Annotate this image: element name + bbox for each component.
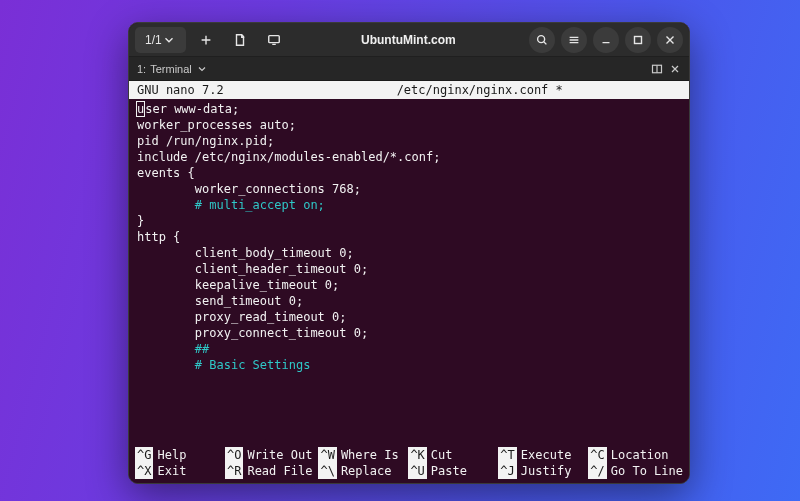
editor-line: # Basic Settings: [137, 357, 681, 373]
nano-titlebar: GNU nano 7.2 /etc/nginx/nginx.conf *: [129, 81, 689, 99]
help-label: Write Out: [247, 447, 312, 463]
help-shortcut: ^KCut: [408, 447, 492, 463]
svg-rect-0: [268, 35, 279, 42]
help-label: Help: [157, 447, 186, 463]
nano-body[interactable]: user www-data;worker_processes auto;pid …: [129, 99, 689, 447]
svg-rect-2: [635, 36, 642, 43]
nano-app-name: GNU nano 7.2: [137, 82, 278, 98]
help-shortcut: ^WWhere Is: [318, 447, 402, 463]
help-key: ^R: [225, 463, 243, 479]
help-label: Read File: [247, 463, 312, 479]
new-tab-button[interactable]: [192, 27, 220, 53]
help-shortcut: ^RRead File: [225, 463, 312, 479]
plus-icon: [199, 33, 213, 47]
close-button[interactable]: [657, 27, 683, 53]
editor-line: events {: [137, 165, 681, 181]
help-key: ^U: [408, 463, 426, 479]
tab-close-icon[interactable]: [669, 63, 681, 75]
editor-line: send_timeout 0;: [137, 293, 681, 309]
help-key: ^O: [225, 447, 243, 463]
help-label: Where Is: [341, 447, 399, 463]
help-key: ^K: [408, 447, 426, 463]
help-shortcut: ^TExecute: [498, 447, 582, 463]
tabstrip: 1: Terminal: [129, 57, 689, 81]
nano-file-name: /etc/nginx/nginx.conf *: [278, 82, 681, 98]
hamburger-icon: [567, 33, 581, 47]
tab-counter-label: 1/1: [145, 33, 162, 47]
svg-point-1: [538, 35, 545, 42]
help-key: ^X: [135, 463, 153, 479]
editor-line: proxy_read_timeout 0;: [137, 309, 681, 325]
help-label: Cut: [431, 447, 453, 463]
maximize-button[interactable]: [625, 27, 651, 53]
chevron-down-icon: [162, 33, 176, 47]
help-shortcut: ^UPaste: [408, 463, 492, 479]
help-shortcut: ^/Go To Line: [588, 463, 683, 479]
minimize-button[interactable]: [593, 27, 619, 53]
editor-line: client_body_timeout 0;: [137, 245, 681, 261]
help-key: ^W: [318, 447, 336, 463]
help-key: ^\: [318, 463, 336, 479]
editor-line: http {: [137, 229, 681, 245]
editor-line: ##: [137, 341, 681, 357]
editor-line: include /etc/nginx/modules-enabled/*.con…: [137, 149, 681, 165]
broadcast-button[interactable]: [260, 27, 288, 53]
tab-label: Terminal: [150, 63, 192, 75]
editor-line: user www-data;: [137, 101, 681, 117]
help-shortcut: ^XExit: [135, 463, 219, 479]
editor-line: proxy_connect_timeout 0;: [137, 325, 681, 341]
close-icon: [663, 33, 677, 47]
help-shortcut: ^JJustify: [498, 463, 582, 479]
menu-button[interactable]: [561, 27, 587, 53]
help-label: Exit: [157, 463, 186, 479]
terminal-window: 1/1 UbuntuMint.com 1:: [128, 22, 690, 484]
help-key: ^C: [588, 447, 606, 463]
cursor: u: [136, 101, 145, 117]
chevron-down-icon: [196, 63, 208, 75]
help-label: Go To Line: [611, 463, 683, 479]
help-label: Execute: [521, 447, 572, 463]
nano-help-bar: ^GHelp^OWrite Out^WWhere Is^KCut^TExecut…: [129, 447, 689, 483]
window-title: UbuntuMint.com: [294, 33, 523, 47]
window-header: 1/1 UbuntuMint.com: [129, 23, 689, 57]
screen-icon: [267, 33, 281, 47]
editor-line: }: [137, 213, 681, 229]
tab-terminal[interactable]: 1: Terminal: [137, 63, 208, 75]
editor-line: keepalive_timeout 0;: [137, 277, 681, 293]
help-key: ^T: [498, 447, 516, 463]
search-button[interactable]: [529, 27, 555, 53]
help-label: Replace: [341, 463, 392, 479]
editor-line: # multi_accept on;: [137, 197, 681, 213]
help-shortcut: ^CLocation: [588, 447, 683, 463]
tab-counter-button[interactable]: 1/1: [135, 27, 186, 53]
editor-line: worker_processes auto;: [137, 117, 681, 133]
new-document-icon: [233, 33, 247, 47]
editor-line: client_header_timeout 0;: [137, 261, 681, 277]
tab-index: 1:: [137, 63, 146, 75]
help-key: ^J: [498, 463, 516, 479]
help-label: Paste: [431, 463, 467, 479]
help-key: ^G: [135, 447, 153, 463]
help-label: Location: [611, 447, 669, 463]
search-icon: [535, 33, 549, 47]
help-label: Justify: [521, 463, 572, 479]
editor-line: worker_connections 768;: [137, 181, 681, 197]
help-key: ^/: [588, 463, 606, 479]
nano-editor[interactable]: GNU nano 7.2 /etc/nginx/nginx.conf * use…: [129, 81, 689, 483]
editor-line: pid /run/nginx.pid;: [137, 133, 681, 149]
minimize-icon: [599, 33, 613, 47]
help-shortcut: ^GHelp: [135, 447, 219, 463]
help-shortcut: ^\Replace: [318, 463, 402, 479]
new-window-button[interactable]: [226, 27, 254, 53]
maximize-icon: [631, 33, 645, 47]
split-icon[interactable]: [651, 63, 663, 75]
help-shortcut: ^OWrite Out: [225, 447, 312, 463]
